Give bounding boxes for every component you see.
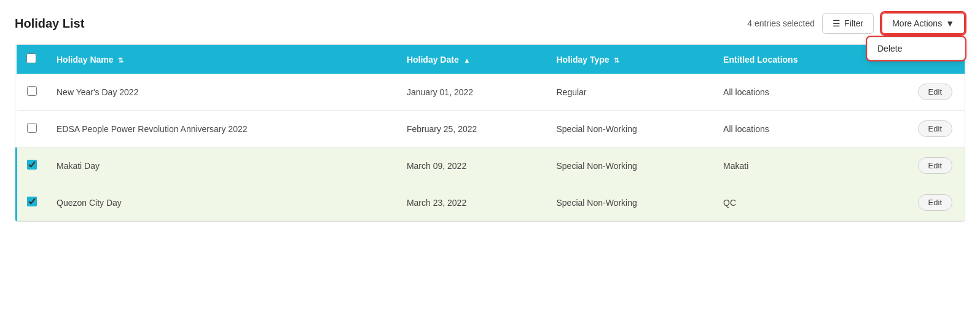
page-container: Holiday List 4 entries selected ☰ Filter… — [0, 0, 980, 325]
row-actions-cell: Edit — [870, 111, 965, 147]
row-name: Makati Day — [47, 147, 397, 184]
table-body: New Year's Day 2022January 01, 2022Regul… — [17, 74, 965, 221]
table-row: New Year's Day 2022January 01, 2022Regul… — [17, 74, 965, 111]
row-date: February 25, 2022 — [397, 111, 547, 147]
holiday-table-container: Holiday Name ⇅ Holiday Date ▲ Holiday Ty… — [15, 44, 965, 222]
col-header-type[interactable]: Holiday Type ⇅ — [546, 45, 713, 74]
row-checkbox[interactable] — [27, 123, 37, 133]
col-header-locations: Entitled Locations — [713, 45, 870, 74]
select-all-checkbox[interactable] — [26, 53, 36, 63]
sort-icon-type: ⇅ — [614, 57, 619, 65]
row-checkbox[interactable] — [27, 197, 37, 206]
row-type: Special Non-Working — [546, 147, 713, 184]
row-name: EDSA People Power Revolution Anniversary… — [47, 111, 397, 147]
row-type: Special Non-Working — [546, 184, 713, 221]
row-date: March 23, 2022 — [397, 184, 547, 221]
row-checkbox-cell — [17, 147, 47, 184]
table-row: EDSA People Power Revolution Anniversary… — [17, 111, 965, 147]
more-actions-container: More Actions ▼ Delete — [881, 12, 965, 34]
holiday-table: Holiday Name ⇅ Holiday Date ▲ Holiday Ty… — [15, 45, 965, 221]
row-checkbox-cell — [17, 111, 47, 147]
table-row: Makati DayMarch 09, 2022Special Non-Work… — [17, 147, 965, 184]
sort-icon-date: ▲ — [464, 57, 471, 64]
row-locations: All locations — [713, 74, 870, 111]
row-checkbox[interactable] — [27, 86, 37, 96]
header-actions: 4 entries selected ☰ Filter More Actions… — [747, 12, 965, 34]
row-actions-cell: Edit — [870, 74, 965, 111]
row-name: New Year's Day 2022 — [47, 74, 397, 111]
chevron-down-icon: ▼ — [946, 18, 954, 28]
row-checkbox[interactable] — [27, 160, 37, 170]
edit-button[interactable]: Edit — [918, 84, 952, 100]
col-header-date[interactable]: Holiday Date ▲ — [397, 45, 547, 74]
row-type: Regular — [546, 74, 713, 111]
table-row: Quezon City DayMarch 23, 2022Special Non… — [17, 184, 965, 221]
row-type: Special Non-Working — [546, 111, 713, 147]
more-actions-button[interactable]: More Actions ▼ — [881, 12, 965, 34]
edit-button[interactable]: Edit — [918, 120, 952, 137]
filter-label: Filter — [844, 18, 863, 28]
row-date: March 09, 2022 — [397, 147, 547, 184]
edit-button[interactable]: Edit — [918, 194, 952, 211]
sort-icon-name: ⇅ — [118, 57, 123, 65]
more-actions-label: More Actions — [892, 18, 942, 28]
row-actions-cell: Edit — [870, 184, 965, 221]
row-locations: QC — [713, 184, 870, 221]
row-locations: All locations — [713, 111, 870, 147]
filter-icon: ☰ — [833, 18, 841, 28]
col-header-name[interactable]: Holiday Name ⇅ — [47, 45, 397, 74]
row-actions-cell: Edit — [870, 147, 965, 184]
row-date: January 01, 2022 — [397, 74, 547, 111]
page-title: Holiday List — [15, 17, 84, 31]
page-header: Holiday List 4 entries selected ☰ Filter… — [15, 12, 965, 34]
delete-menu-item[interactable]: Delete — [868, 37, 965, 60]
row-checkbox-cell — [17, 74, 47, 111]
table-header-row: Holiday Name ⇅ Holiday Date ▲ Holiday Ty… — [17, 45, 965, 74]
entries-selected-label: 4 entries selected — [747, 18, 815, 28]
more-actions-dropdown: Delete — [867, 37, 965, 60]
header-checkbox-cell — [17, 45, 47, 74]
row-checkbox-cell — [17, 184, 47, 221]
row-name: Quezon City Day — [47, 184, 397, 221]
row-locations: Makati — [713, 147, 870, 184]
edit-button[interactable]: Edit — [918, 157, 952, 174]
filter-button[interactable]: ☰ Filter — [822, 13, 874, 34]
